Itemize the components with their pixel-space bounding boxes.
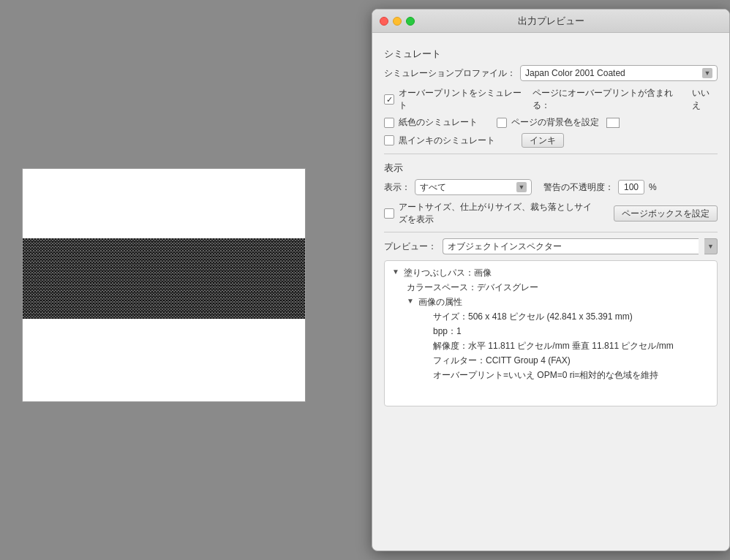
tree-item-6: フィルター：CCITT Group 4 (FAX) bbox=[392, 355, 710, 367]
bg-color-label: ページの背景色を設定 bbox=[511, 116, 599, 129]
opacity-percent: % bbox=[649, 182, 657, 192]
minimize-button[interactable] bbox=[393, 17, 402, 26]
black-ink-label: 黒インキのシミュレート bbox=[399, 135, 495, 147]
preview-dropdown-arrow[interactable]: ▼ bbox=[704, 238, 718, 254]
overprint-label: オーバープリントをシミュレート bbox=[399, 87, 525, 112]
overprint-row: オーバープリントをシミュレート ページにオーバープリントが含まれる： いいえ bbox=[384, 87, 718, 112]
paper-color-row: 紙色のシミュレート ページの背景色を設定 bbox=[384, 116, 718, 129]
maximize-button[interactable] bbox=[406, 17, 415, 26]
tree-item-5: 解像度：水平 11.811 ピクセル/mm 垂直 11.811 ピクセル/mm bbox=[392, 340, 710, 352]
tree-arrow-2: ▼ bbox=[407, 297, 415, 305]
display-dropdown-arrow[interactable]: ▼ bbox=[516, 182, 527, 192]
panel-title: 出力プレビュー bbox=[518, 15, 584, 28]
overprint-page-label: ページにオーバープリントが含まれる： bbox=[533, 87, 685, 112]
profile-select[interactable]: Japan Color 2001 Coated ▼ bbox=[520, 65, 718, 81]
profile-dropdown-arrow[interactable]: ▼ bbox=[702, 68, 712, 78]
black-ink-row: 黒インキのシミュレート インキ bbox=[384, 133, 718, 148]
output-preview-panel: 出力プレビュー シミュレート シミュレーションプロファイル： Japan Col… bbox=[372, 9, 730, 551]
opacity-label: 警告の不透明度： bbox=[543, 181, 614, 194]
tree-text-0: 塗りつぶしパス：画像 bbox=[404, 267, 492, 279]
tree-item-2: ▼ 画像の属性 bbox=[392, 296, 710, 309]
preview-row: プレビュー： オブジェクトインスペクター ▼ bbox=[384, 238, 718, 254]
divider-1 bbox=[384, 154, 718, 154]
page-box-button[interactable]: ページボックスを設定 bbox=[614, 205, 718, 222]
display-select[interactable]: すべて ▼ bbox=[415, 179, 532, 195]
overprint-page-value: いいえ bbox=[692, 87, 718, 112]
display-row: 表示： すべて ▼ 警告の不透明度： 100 % bbox=[384, 179, 718, 195]
color-swatch bbox=[606, 118, 620, 128]
panel-body: シミュレート シミュレーションプロファイル： Japan Color 2001 … bbox=[372, 33, 729, 418]
tree-item-1: カラースペース：デバイスグレー bbox=[392, 281, 710, 294]
tree-arrow-0: ▼ bbox=[392, 268, 401, 276]
profile-label: シミュレーションプロファイル： bbox=[384, 67, 516, 80]
ink-button[interactable]: インキ bbox=[522, 133, 564, 148]
traffic-lights bbox=[380, 17, 415, 26]
close-button[interactable] bbox=[380, 17, 388, 26]
display-section-label: 表示 bbox=[384, 162, 718, 175]
titlebar: 出力プレビュー bbox=[372, 10, 729, 33]
art-size-row: アートサイズ、仕上がりサイズ、裁ち落としサイズを表示 ページボックスを設定 bbox=[384, 201, 718, 226]
art-size-checkbox[interactable] bbox=[384, 208, 394, 219]
bg-color-checkbox[interactable] bbox=[497, 118, 507, 128]
opacity-value: 100 bbox=[624, 182, 639, 192]
black-ink-checkbox[interactable] bbox=[384, 135, 394, 145]
preview-value: オブジェクトインスペクター bbox=[448, 241, 562, 253]
tree-item-3: サイズ：506 x 418 ピクセル (42.841 x 35.391 mm) bbox=[392, 311, 710, 323]
inspector-panel: ▼ 塗りつぶしパス：画像 カラースペース：デバイスグレー ▼ 画像の属性 サイズ… bbox=[384, 260, 718, 406]
simulate-section-label: シミュレート bbox=[384, 48, 718, 61]
divider-2 bbox=[384, 232, 718, 232]
display-value: すべて bbox=[420, 181, 446, 194]
tree-item-0: ▼ 塗りつぶしパス：画像 bbox=[392, 267, 710, 279]
display-label: 表示： bbox=[384, 181, 410, 194]
profile-row: シミュレーションプロファイル： Japan Color 2001 Coated … bbox=[384, 65, 718, 81]
canvas-preview bbox=[22, 168, 306, 402]
tree-item-4: bpp：1 bbox=[392, 325, 710, 338]
paper-color-checkbox[interactable] bbox=[384, 118, 394, 128]
profile-value: Japan Color 2001 Coated bbox=[525, 68, 625, 78]
tree-item-7: オーバープリント=いいえ OPM=0 ri=相対的な色域を維持 bbox=[392, 369, 710, 382]
art-size-label: アートサイズ、仕上がりサイズ、裁ち落としサイズを表示 bbox=[399, 201, 598, 226]
opacity-input[interactable]: 100 bbox=[618, 180, 644, 194]
preview-label: プレビュー： bbox=[384, 241, 437, 253]
canvas-stripe bbox=[23, 238, 305, 319]
paper-color-label: 紙色のシミュレート bbox=[399, 116, 478, 129]
tree-text-2: 画像の属性 bbox=[418, 296, 462, 309]
preview-select[interactable]: オブジェクトインスペクター bbox=[443, 238, 699, 254]
overprint-checkbox[interactable] bbox=[384, 94, 394, 105]
